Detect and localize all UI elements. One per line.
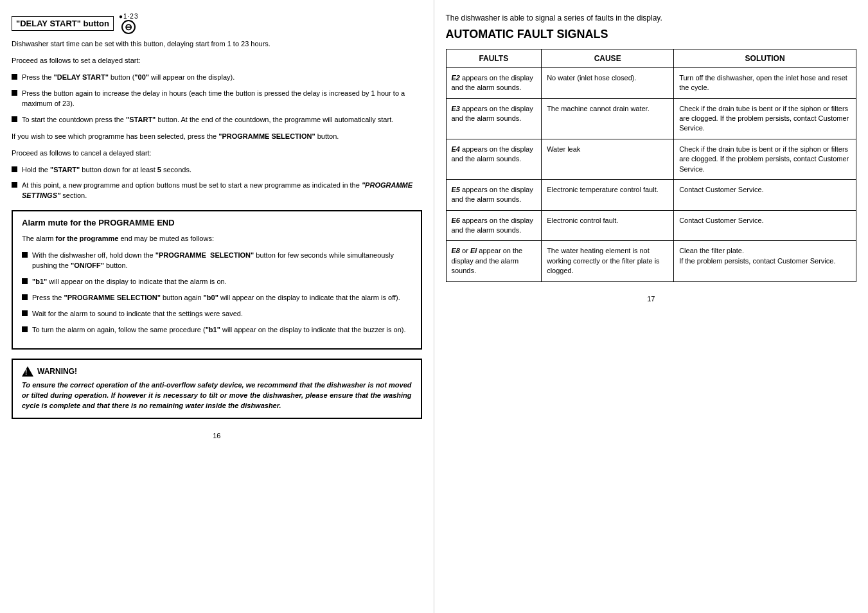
fault-e4: E4 appears on the display and the alarm … xyxy=(446,139,542,179)
warning-title: WARNING! xyxy=(37,367,77,376)
bullet-text: To start the countdown press the "START"… xyxy=(22,115,393,125)
delay-cancel-list: Hold the "START" button down for at leas… xyxy=(12,165,422,202)
bullet-icon xyxy=(12,116,17,122)
bullet-icon xyxy=(12,74,17,80)
cause-e3: The machine cannot drain water. xyxy=(542,98,674,139)
bullet-icon xyxy=(22,278,28,284)
solution-e4: Check if the drain tube is bent or if th… xyxy=(674,139,856,179)
warning-header: WARNING! xyxy=(22,366,412,377)
cause-e4: Water leak xyxy=(542,139,674,179)
list-item: To turn the alarm on again, follow the s… xyxy=(22,325,412,335)
left-page: "DELAY START" button ●1·23 ⊖ Dishwasher … xyxy=(0,0,434,613)
fault-e6: E6 appears on the display and the alarm … xyxy=(446,210,542,241)
solution-e8: Clean the filter plate.If the problem pe… xyxy=(674,241,856,281)
fault-table: FAULTS CAUSE SOLUTION E2 appears on the … xyxy=(446,49,857,282)
delay-intro-1: Dishwasher start time can be set with th… xyxy=(12,39,422,49)
col-cause: CAUSE xyxy=(542,49,674,67)
solution-e5: Contact Customer Service. xyxy=(674,179,856,210)
bullet-icon xyxy=(22,326,28,332)
delay-start-header: "DELAY START" button ●1·23 ⊖ xyxy=(12,13,422,34)
bullet-icon xyxy=(12,166,17,172)
col-solution: SOLUTION xyxy=(674,49,856,67)
fault-e2: E2 appears on the display and the alarm … xyxy=(446,67,542,98)
solution-e6: Contact Customer Service. xyxy=(674,210,856,241)
list-item: Wait for the alarm to sound to indicate … xyxy=(22,309,412,319)
col-faults: FAULTS xyxy=(446,49,542,67)
bullet-text: At this point, a new programme and optio… xyxy=(22,181,422,201)
fault-e5: E5 appears on the display and the alarm … xyxy=(446,179,542,210)
bullet-icon xyxy=(22,294,28,300)
auto-fault-intro: The dishwasher is able to signal a serie… xyxy=(446,13,857,24)
warning-triangle-icon xyxy=(22,366,33,377)
bullet-icon xyxy=(22,310,28,316)
list-item: At this point, a new programme and optio… xyxy=(12,181,422,201)
bullet-text: With the dishwasher off, hold down the "… xyxy=(32,251,412,271)
bullet-text: Press the "DELAY START" button ("00" wil… xyxy=(22,73,235,83)
bullet-icon xyxy=(12,90,17,96)
fault-e8: E8 or Ei appear on the display and the a… xyxy=(446,241,542,281)
bullet-icon xyxy=(22,252,28,258)
delay-bullet-list: Press the "DELAY START" button ("00" wil… xyxy=(12,73,422,125)
cause-e6: Electronic control fault. xyxy=(542,210,674,241)
alarm-mute-section: Alarm mute for the PROGRAMME END The ala… xyxy=(12,210,422,349)
table-row: E8 or Ei appear on the display and the a… xyxy=(446,241,856,281)
bullet-text: Hold the "START" button down for at leas… xyxy=(22,165,191,175)
bullet-text: Press the "PROGRAMME SELECTION" button a… xyxy=(32,293,400,303)
alarm-mute-intro: The alarm for the programme end may be m… xyxy=(22,234,412,244)
list-item: With the dishwasher off, hold down the "… xyxy=(22,251,412,271)
delay-mid-para: If you wish to see which programme has b… xyxy=(12,132,422,142)
delay-icon-area: ●1·23 ⊖ xyxy=(119,13,139,34)
table-row: E3 appears on the display and the alarm … xyxy=(446,98,856,139)
cause-e8: The water heating element is not working… xyxy=(542,241,674,281)
bullet-text: "b1" will appear on the display to indic… xyxy=(32,277,227,287)
table-row: E5 appears on the display and the alarm … xyxy=(446,179,856,210)
table-row: E4 appears on the display and the alarm … xyxy=(446,139,856,179)
list-item: Press the "DELAY START" button ("00" wil… xyxy=(12,73,422,83)
right-page: The dishwasher is able to signal a serie… xyxy=(434,0,869,613)
list-item: "b1" will appear on the display to indic… xyxy=(22,277,412,287)
solution-e3: Check if the drain tube is bent or if th… xyxy=(674,98,856,139)
bullet-text: To turn the alarm on again, follow the s… xyxy=(32,325,406,335)
list-item: To start the countdown press the "START"… xyxy=(12,115,422,125)
table-row: E2 appears on the display and the alarm … xyxy=(446,67,856,98)
delay-icon-circle: ⊖ xyxy=(121,20,136,34)
bullet-icon xyxy=(12,182,17,188)
delay-icon-dots: ●1·23 xyxy=(119,13,139,20)
delay-start-section: "DELAY START" button ●1·23 ⊖ Dishwasher … xyxy=(12,13,422,201)
cause-e2: No water (inlet hose closed). xyxy=(542,67,674,98)
table-header-row: FAULTS CAUSE SOLUTION xyxy=(446,49,856,67)
right-page-number: 17 xyxy=(446,295,857,303)
alarm-mute-list: With the dishwasher off, hold down the "… xyxy=(22,251,412,335)
warning-box: WARNING! To ensure the correct operation… xyxy=(12,359,422,419)
left-page-number: 16 xyxy=(12,432,422,440)
table-row: E6 appears on the display and the alarm … xyxy=(446,210,856,241)
delay-cancel-para: Proceed as follows to cancel a delayed s… xyxy=(12,148,422,159)
alarm-mute-title: Alarm mute for the PROGRAMME END xyxy=(22,218,412,229)
list-item: Hold the "START" button down for at leas… xyxy=(12,165,422,175)
auto-fault-title: AUTOMATIC FAULT SIGNALS xyxy=(446,28,857,41)
solution-e2: Turn off the dishwasher, open the inlet … xyxy=(674,67,856,98)
list-item: Press the button again to increase the d… xyxy=(12,89,422,109)
list-item: Press the "PROGRAMME SELECTION" button a… xyxy=(22,293,412,303)
delay-start-title: "DELAY START" button xyxy=(12,16,114,31)
bullet-text: Wait for the alarm to sound to indicate … xyxy=(32,309,243,319)
fault-e3: E3 appears on the display and the alarm … xyxy=(446,98,542,139)
page-container: "DELAY START" button ●1·23 ⊖ Dishwasher … xyxy=(0,0,868,613)
cause-e5: Electronic temperature control fault. xyxy=(542,179,674,210)
warning-text: To ensure the correct operation of the a… xyxy=(22,380,412,411)
bullet-text: Press the button again to increase the d… xyxy=(22,89,422,109)
delay-intro-2: Proceed as follows to set a delayed star… xyxy=(12,56,422,66)
